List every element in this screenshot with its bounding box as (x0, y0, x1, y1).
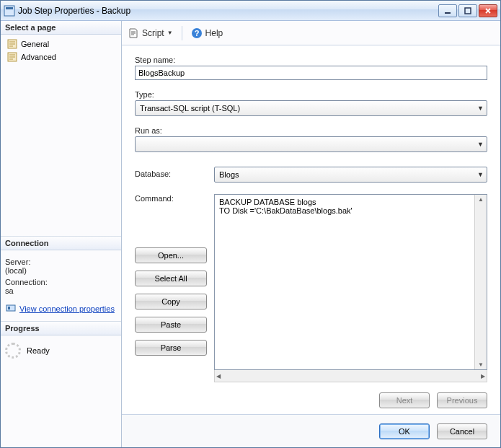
command-grid: Command: Open... Select All Copy Paste P… (135, 194, 487, 382)
svg-text:?: ? (194, 29, 199, 38)
toolbar-separator (182, 26, 182, 40)
type-value: Transact-SQL script (T-SQL) (140, 104, 240, 113)
parse-button[interactable]: Parse (135, 340, 207, 356)
app-icon (4, 5, 15, 17)
select-all-button[interactable]: Select All (135, 271, 207, 286)
dialog-body: Select a page General Advanced Connectio… (1, 21, 500, 447)
page-item-advanced[interactable]: Advanced (5, 50, 118, 63)
script-button[interactable]: Script ▼ (128, 27, 173, 39)
select-page-header: Select a page (1, 21, 121, 35)
main-panel: Script ▼ ? Help Step name: Type: Tran (122, 21, 500, 447)
svg-rect-3 (465, 8, 471, 14)
page-icon (6, 38, 18, 50)
window-buttons (438, 4, 497, 17)
progress-spinner-icon (5, 343, 21, 359)
progress-area: Ready (1, 335, 121, 366)
previous-button[interactable]: Previous (437, 392, 487, 408)
chevron-down-icon: ▼ (477, 171, 484, 178)
connection-icon (5, 302, 17, 315)
connection-area: Server: (local) Connection: sa View conn… (1, 250, 121, 322)
maximize-button[interactable] (458, 4, 477, 17)
view-connection-row: View connection properties (5, 302, 117, 315)
open-button[interactable]: Open... (135, 247, 207, 263)
ok-button[interactable]: OK (379, 423, 430, 439)
connection-header: Connection (1, 237, 121, 250)
help-label: Help (205, 28, 223, 38)
paste-button[interactable]: Paste (135, 317, 207, 333)
chevron-down-icon: ▼ (477, 141, 484, 148)
chevron-down-icon: ▼ (477, 105, 484, 112)
view-connection-link[interactable]: View connection properties (19, 304, 115, 313)
database-value: Blogs (219, 170, 239, 179)
database-combo[interactable]: Blogs ▼ (214, 167, 487, 183)
command-button-stack: Open... Select All Copy Paste Parse (135, 247, 207, 356)
scroll-left-icon: ◀ (216, 373, 221, 379)
svg-rect-2 (445, 12, 451, 14)
svg-rect-6 (6, 305, 15, 311)
step-name-row: Step name: (135, 56, 487, 80)
scroll-up-icon: ▲ (478, 196, 484, 203)
vertical-scrollbar[interactable]: ▲ ▼ (474, 195, 487, 369)
scroll-down-icon: ▼ (478, 361, 484, 368)
copy-button[interactable]: Copy (135, 294, 207, 309)
database-label: Database: (135, 170, 207, 178)
type-combo[interactable]: Transact-SQL script (T-SQL) ▼ (135, 100, 487, 116)
horizontal-scrollbar[interactable]: ◀ ▶ (214, 370, 487, 382)
page-label: General (21, 40, 49, 48)
command-right-col: BACKUP DATABASE blogs TO Disk ='C:\BakDa… (214, 194, 487, 382)
close-button[interactable] (479, 4, 497, 17)
page-icon (6, 51, 18, 63)
type-label: Type: (135, 90, 487, 99)
server-value: (local) (5, 266, 117, 275)
progress-header: Progress (1, 322, 121, 335)
connection-label: Connection: (5, 278, 117, 286)
progress-status: Ready (27, 346, 50, 355)
page-list: General Advanced (1, 35, 121, 237)
server-label: Server: (5, 258, 117, 266)
command-label: Command: (135, 194, 207, 208)
command-left-col: Command: Open... Select All Copy Paste P… (135, 194, 207, 382)
scroll-right-icon: ▶ (481, 373, 485, 379)
runas-label: Run as: (135, 126, 487, 135)
runas-combo[interactable]: ▼ (135, 136, 487, 152)
footer: OK Cancel (122, 414, 500, 447)
cancel-button[interactable]: Cancel (437, 423, 487, 439)
next-button[interactable]: Next (379, 392, 430, 408)
chevron-down-icon: ▼ (167, 30, 173, 36)
page-label: Advanced (21, 53, 56, 61)
database-row: Database: Blogs ▼ (135, 167, 487, 183)
nav-buttons: Next Previous (135, 392, 487, 408)
svg-rect-1 (6, 7, 13, 9)
sidebar: Select a page General Advanced Connectio… (1, 21, 122, 447)
step-name-label: Step name: (135, 56, 487, 64)
help-button[interactable]: ? Help (191, 27, 223, 39)
dialog-window: Job Step Properties - Backup Select a pa… (0, 0, 501, 448)
svg-rect-7 (8, 307, 10, 309)
script-label: Script (142, 28, 164, 38)
minimize-button[interactable] (438, 4, 457, 17)
titlebar: Job Step Properties - Backup (1, 1, 500, 21)
page-item-general[interactable]: General (5, 38, 118, 50)
command-textarea-wrap: BACKUP DATABASE blogs TO Disk ='C:\BakDa… (214, 194, 487, 370)
step-name-input[interactable] (135, 66, 487, 80)
command-textarea[interactable]: BACKUP DATABASE blogs TO Disk ='C:\BakDa… (215, 195, 474, 369)
runas-row: Run as: ▼ (135, 126, 487, 152)
connection-value: sa (5, 286, 117, 295)
content-area: Step name: Type: Transact-SQL script (T-… (122, 45, 500, 414)
toolbar: Script ▼ ? Help (122, 21, 500, 45)
type-row: Type: Transact-SQL script (T-SQL) ▼ (135, 90, 487, 116)
title-text: Job Step Properties - Backup (18, 6, 438, 16)
